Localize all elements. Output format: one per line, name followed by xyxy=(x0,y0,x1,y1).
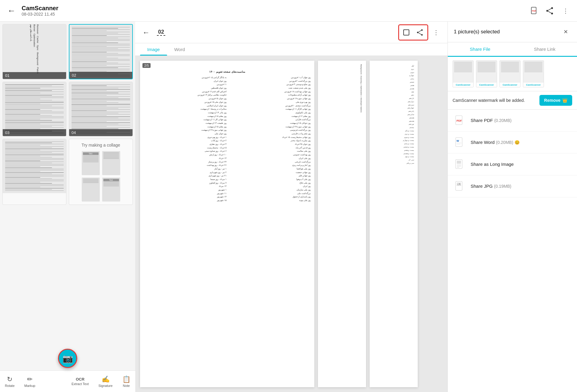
extract-text-label: Extract Text xyxy=(72,382,89,386)
right-thumb-4[interactable]: CamScanner xyxy=(523,60,544,87)
close-button[interactable]: ✕ xyxy=(560,26,571,37)
remove-watermark-button[interactable]: Remove 👑 xyxy=(539,95,572,106)
collage-item[interactable]: Try making a collage TAX xyxy=(69,139,133,205)
thumb-04-img xyxy=(69,82,133,136)
svg-line-14 xyxy=(419,33,421,35)
main-content: Remover · Cache · Sync · Background · Pa… xyxy=(0,22,577,392)
left-panel-wrapper: Remover · Cache · Sync · Background · Pa… xyxy=(0,22,135,392)
markup-button[interactable]: ✏ Markup xyxy=(22,373,38,390)
note-label: Note xyxy=(123,384,130,387)
right-thumb-1[interactable]: CamScanner xyxy=(453,60,474,87)
right-thumbs: CamScanner CamScanner xyxy=(448,57,577,91)
thumb-01-label: 01 xyxy=(3,72,66,79)
thumb-02-label: 02 xyxy=(69,72,132,79)
thumb-01-img: Remover · Cache · Sync · Background · Pa… xyxy=(3,24,66,78)
doc-text-left: روز جهان آب ۱ فروردین روز بزرگداشت ۲ فرو… xyxy=(228,76,311,202)
share-jpg-option[interactable]: Share JPG (0.19MB) xyxy=(448,175,577,197)
share-tabs: Share File Share Link xyxy=(448,42,577,57)
share-pdf-size: (0.20MB) xyxy=(494,118,512,123)
watermark-overlay-3: CamScanner xyxy=(500,83,520,87)
center-back-button[interactable]: ← xyxy=(140,26,152,39)
highlighted-icon-group xyxy=(398,24,428,41)
header-title-block: CamScanner 08-03-2022 11.45 xyxy=(22,5,524,17)
thumbnail-04[interactable]: 04 xyxy=(69,82,133,136)
jpg-icon xyxy=(454,180,466,192)
watermark-overlay-2: CamScanner xyxy=(476,83,497,87)
share-doc-button[interactable] xyxy=(414,26,427,39)
watermark-text-1: CamScanner xyxy=(456,84,471,86)
thumbnail-scroll[interactable]: Remover · Cache · Sync · Background · Pa… xyxy=(0,22,135,370)
thumbnail-03[interactable]: 03 xyxy=(2,82,66,136)
rotate-button[interactable]: ↻ Rotate xyxy=(2,373,17,390)
extract-text-button[interactable]: OCR Extract Text xyxy=(69,375,91,388)
thumbnail-05[interactable] xyxy=(2,139,66,205)
more-options-button[interactable]: ⋮ xyxy=(559,4,572,17)
rotate-label: Rotate xyxy=(5,384,14,387)
center-more-button[interactable]: ⋮ xyxy=(429,26,443,39)
thumbnail-01[interactable]: Remover · Cache · Sync · Background · Pa… xyxy=(2,24,66,79)
page-indicator: 02 xyxy=(157,29,165,36)
share-button[interactable] xyxy=(543,4,557,17)
thumbnail-02[interactable]: 02 xyxy=(69,24,133,79)
right-thumb-3[interactable]: CamScanner xyxy=(499,60,521,87)
doc-third-content: اولدومسومچهارم پنجمششمهفتمهشتم نهمدهمیاز… xyxy=(373,64,414,384)
svg-point-11 xyxy=(421,34,423,35)
markup-label: Markup xyxy=(24,384,35,387)
collage-card-1: TAX xyxy=(82,151,100,175)
page-badge: 2/5 xyxy=(142,63,151,68)
share-jpg-text: Share JPG xyxy=(471,184,493,189)
ocr-icon: OCR xyxy=(76,377,84,381)
crop-button[interactable] xyxy=(400,26,413,39)
doc-text-right: به یادگار گرامی باد ۶ فروردین روز جوان ا… xyxy=(144,76,227,202)
document-content[interactable]: 2/5 مناسبت‌های صفحه تقویم ۱۴۰۰ به یادگار… xyxy=(135,56,447,392)
share-long-image-text: Share as Long Image xyxy=(471,162,514,167)
tab-share-link[interactable]: Share Link xyxy=(512,42,577,56)
thumb-03-content xyxy=(3,82,66,136)
markup-icon: ✏ xyxy=(27,375,32,383)
collage-card-4: TAX xyxy=(102,178,120,202)
doc-secondary-content: Background + Scanning + Optimization + D… xyxy=(322,64,362,384)
watermark-overlay-4: CamScanner xyxy=(523,83,544,87)
doc-page-third: اولدومسومچهارم پنجمششمهفتمهشتم نهمدهمیاز… xyxy=(370,61,418,387)
word-emoji: 😊 xyxy=(514,140,520,145)
svg-line-5 xyxy=(548,8,551,10)
svg-text:W: W xyxy=(456,139,459,142)
note-button[interactable]: 📋 Note xyxy=(120,373,133,390)
pdf-button[interactable]: PDF xyxy=(528,4,541,17)
center-panel: ← 02 ⋮ Image Word 2/5 xyxy=(135,22,448,392)
vertical-text: Background + Scanning + Optimization + D… xyxy=(322,64,362,384)
thumb-05-content xyxy=(3,139,66,193)
camera-fab[interactable]: 📷 xyxy=(58,349,77,368)
signature-button[interactable]: ✍ Signature xyxy=(96,373,115,390)
svg-text:PDF: PDF xyxy=(532,10,536,12)
share-word-option[interactable]: W Share Word (0.20MB) 😊 xyxy=(448,132,577,153)
bottom-toolbar: ↻ Rotate ✏ Markup OCR Extract Text ✍ Sig… xyxy=(0,370,135,392)
remove-label: Remove xyxy=(544,98,560,103)
thumbnail-grid: Remover · Cache · Sync · Background · Pa… xyxy=(2,24,133,136)
collage-title: Try making a collage xyxy=(81,143,120,147)
right-thumb-2[interactable]: CamScanner xyxy=(476,60,497,87)
thumb-04-content xyxy=(69,82,133,136)
watermark-notice-text: CamScanner watermark will be added. xyxy=(453,98,536,103)
collage-card-2 xyxy=(102,151,120,175)
crown-icon: 👑 xyxy=(562,98,567,103)
share-pdf-option[interactable]: PDF Share PDF (0.20MB) xyxy=(448,110,577,132)
selected-count: 1 picture(s) selected xyxy=(454,29,557,35)
collage-preview-2: TAX xyxy=(82,178,120,202)
back-button[interactable]: ← xyxy=(5,4,18,18)
app-date: 08-03-2022 11.45 xyxy=(22,12,524,17)
thumb-02-content xyxy=(69,25,132,79)
tab-word[interactable]: Word xyxy=(167,43,192,56)
share-long-image-option[interactable]: Share as Long Image xyxy=(448,153,577,175)
right-panel: 1 picture(s) selected ✕ Share File Share… xyxy=(448,22,577,392)
tab-share-file[interactable]: Share File xyxy=(448,42,512,56)
share-pdf-label: Share PDF (0.20MB) xyxy=(471,118,511,123)
share-jpg-label-block: Share JPG (0.19MB) xyxy=(471,184,511,189)
thumb-03-img xyxy=(3,82,66,136)
watermark-text-4: CamScanner xyxy=(526,84,541,86)
center-header: ← 02 ⋮ xyxy=(135,22,447,43)
center-tabs: Image Word xyxy=(135,43,447,56)
tab-image[interactable]: Image xyxy=(140,43,167,56)
svg-point-4 xyxy=(546,10,548,12)
svg-point-2 xyxy=(551,7,553,9)
